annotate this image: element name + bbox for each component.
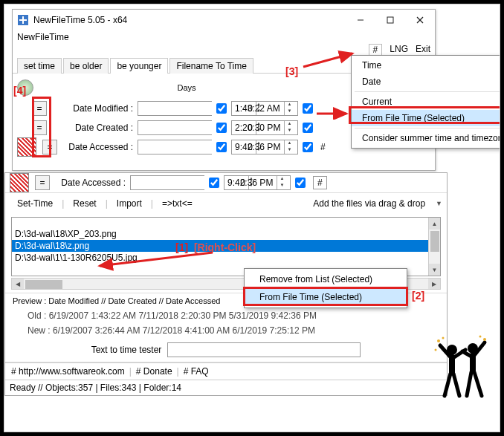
v-scrollbar[interactable]: ▲ ▼ xyxy=(428,218,440,276)
window-title: NewFileTime 5.05 - x64 xyxy=(33,15,127,25)
app-icon xyxy=(17,14,29,26)
footer-faq[interactable]: # FAQ xyxy=(184,366,209,377)
row-accessed-dup: = Date Accessed : ▲▼ 9:42:36 PM▲▼ # xyxy=(5,173,447,192)
svg-rect-4 xyxy=(387,17,393,23)
svg-line-14 xyxy=(445,374,450,396)
chk-time-modified[interactable] xyxy=(216,103,227,114)
toolbar2: Set-Time| Reset| Import| =>txt<= Add the… xyxy=(5,193,447,214)
chk-time-accessed[interactable] xyxy=(216,142,227,152)
svg-line-15 xyxy=(453,374,459,396)
dropdown-from-file-time[interactable]: From File Time (Selected) xyxy=(352,110,500,126)
scroll-right-icon[interactable]: ▶ xyxy=(428,279,440,289)
time-input-dup[interactable]: 9:42:36 PM▲▼ xyxy=(224,175,291,190)
time-spinner-dup[interactable]: ▲▼ xyxy=(277,176,287,189)
file-list[interactable]: D:\3d-wal\18\XP_203.png D:\3d-wal\18\z.p… xyxy=(11,217,441,276)
eq-button-dup[interactable]: = xyxy=(35,175,50,190)
time-input-accessed[interactable]: 9:42:36 PM▲▼ xyxy=(231,140,298,154)
maximize-button[interactable] xyxy=(375,10,405,30)
hash-label: # xyxy=(320,142,326,152)
label-modified: Date Modified : xyxy=(51,103,133,114)
eq-button-modified[interactable]: = xyxy=(32,101,47,116)
scroll-thumb[interactable] xyxy=(430,231,439,252)
hash-dropdown: Time Date Current From File Time (Select… xyxy=(351,55,500,149)
lng-link[interactable]: LNG xyxy=(390,44,408,56)
hash-button[interactable]: # xyxy=(313,176,327,189)
dropdown-current[interactable]: Current xyxy=(352,94,500,110)
svg-point-26 xyxy=(435,349,437,351)
chk2-created[interactable] xyxy=(303,123,313,133)
calendar-icon-dup[interactable] xyxy=(10,173,29,192)
chevron-down-icon[interactable]: ▼ xyxy=(436,200,442,207)
list-item[interactable]: D:\3d-wal\18\XP_203.png xyxy=(12,228,440,240)
tester-row: Text to time tester xyxy=(5,338,447,362)
list-item[interactable]: D:\3d-wal\1\1-130R6205U5.jpg xyxy=(12,252,440,264)
tab-be-younger[interactable]: be younger xyxy=(110,58,168,74)
menubar: NewFileTime xyxy=(13,30,435,44)
drag-drop-label[interactable]: Add the files via drag & drop xyxy=(306,196,433,211)
days-input-accessed[interactable]: ▲▼ xyxy=(138,140,212,154)
scroll-left-icon[interactable]: ◀ xyxy=(12,279,24,289)
preview-old: Old : 6/19/2007 1:43:22 AM 7/11/2018 2:2… xyxy=(5,308,447,323)
hscroll-thumb[interactable] xyxy=(25,280,62,289)
time-input-modified[interactable]: 1:43:22 AM▲▼ xyxy=(231,101,298,116)
days-input-modified[interactable]: ▲▼ xyxy=(138,101,212,116)
set-time-button[interactable]: Set-Time xyxy=(10,196,60,211)
tab-set-time[interactable]: set time xyxy=(17,58,62,74)
exit-link[interactable]: Exit xyxy=(416,44,430,56)
menu-newfiletime[interactable]: NewFileTime xyxy=(17,32,69,42)
label-accessed-dup: Date Accessed : xyxy=(54,178,126,188)
footer-donate[interactable]: # Donate xyxy=(136,366,172,377)
dropdown-summer-time[interactable]: Consider summer time and timezone xyxy=(352,130,500,146)
minimize-button[interactable] xyxy=(346,10,375,30)
svg-line-20 xyxy=(467,372,471,396)
time-spinner-accessed[interactable]: ▲▼ xyxy=(284,140,294,154)
statusbar: Ready // Objects:357 | Files:343 | Folde… xyxy=(5,380,447,395)
chk2-modified[interactable] xyxy=(303,103,313,114)
hash-menu-button[interactable]: # xyxy=(369,44,383,56)
dancers-icon xyxy=(433,335,492,409)
svg-point-24 xyxy=(442,337,445,339)
time-spinner-created[interactable]: ▲▼ xyxy=(284,121,294,134)
context-menu: Remove from List (Selected) From File Ti… xyxy=(244,268,407,308)
dropdown-date[interactable]: Date xyxy=(352,74,500,90)
ctx-remove[interactable]: Remove from List (Selected) xyxy=(245,270,407,288)
days-input-created[interactable]: ▲▼ xyxy=(138,120,212,135)
eq-button-accessed[interactable]: = xyxy=(42,140,57,154)
scroll-down-icon[interactable]: ▼ xyxy=(429,264,440,276)
close-button[interactable] xyxy=(405,10,435,30)
list-item[interactable]: D:\3d-wal\18\z.png xyxy=(12,240,440,252)
txt-button[interactable]: =>txt<= xyxy=(155,196,200,211)
svg-line-21 xyxy=(474,372,482,396)
label-created: Date Created : xyxy=(51,123,133,133)
tab-filename-to-time[interactable]: Filename To Time xyxy=(169,58,253,74)
svg-point-23 xyxy=(483,338,486,341)
titlebar: NewFileTime 5.05 - x64 xyxy=(13,10,435,30)
time-input-created[interactable]: 2:20:30 PM▲▼ xyxy=(231,120,298,135)
preview-new: New : 6/19/2007 3:26:44 AM 7/12/2018 4:4… xyxy=(5,323,447,338)
eq-button-created[interactable]: = xyxy=(32,120,47,135)
tab-be-older[interactable]: be older xyxy=(63,58,109,74)
calendar-icon[interactable] xyxy=(17,137,36,157)
ctx-from-file-time[interactable]: From File Time (Selected) xyxy=(245,288,407,306)
chk-time-created[interactable] xyxy=(216,123,227,133)
footer-url[interactable]: # http://www.softwareok.com xyxy=(11,366,125,377)
label-accessed: Date Accessed : xyxy=(62,142,133,152)
svg-rect-2 xyxy=(22,16,24,24)
svg-point-25 xyxy=(479,336,482,338)
chk2-accessed[interactable] xyxy=(303,142,313,152)
tester-input[interactable] xyxy=(167,342,361,357)
chk-dup1[interactable] xyxy=(209,178,219,188)
days-input-dup[interactable]: ▲▼ xyxy=(130,175,204,190)
time-spinner-modified[interactable]: ▲▼ xyxy=(284,102,294,115)
days-column-header: Days xyxy=(149,83,224,92)
clock-icon[interactable] xyxy=(17,79,33,96)
chk-dup2[interactable] xyxy=(295,178,306,188)
scroll-up-icon[interactable]: ▲ xyxy=(429,218,440,230)
dropdown-time[interactable]: Time xyxy=(352,57,500,74)
import-button[interactable]: Import xyxy=(109,196,149,211)
svg-point-22 xyxy=(437,339,440,342)
reset-button[interactable]: Reset xyxy=(65,196,103,211)
footer-links: # http://www.softwareok.com| # Donate| #… xyxy=(5,362,447,380)
tester-label: Text to time tester xyxy=(91,345,162,355)
